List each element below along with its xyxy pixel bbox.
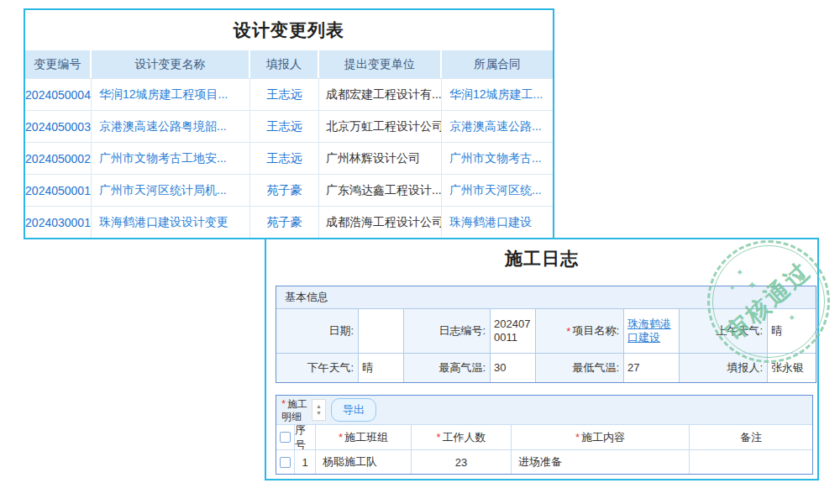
construction-detail-section: *施工 明细 ▲ ▼ 导出 序号 * 施工班组 * <box>276 395 813 475</box>
change-name-link[interactable]: 广州市天河区统计局机... <box>92 175 250 206</box>
change-name-link[interactable]: 广州市文物考古工地安... <box>92 143 250 174</box>
collapse-spinner[interactable]: ▲ ▼ <box>312 399 326 421</box>
team-cell: 杨聪施工队 <box>316 450 412 474</box>
change-name-link[interactable]: 京港澳高速公路粤境韶... <box>92 111 250 142</box>
construction-detail-toolbar: *施工 明细 ▲ ▼ 导出 <box>276 396 812 425</box>
col-header-contract: 所属合同 <box>442 50 553 78</box>
col-header-reporter: 填报人 <box>250 50 319 78</box>
change-id-link[interactable]: 2024050001 <box>25 175 92 206</box>
export-button[interactable]: 导出 <box>331 398 376 422</box>
select-all-checkbox[interactable] <box>280 432 291 443</box>
seq-cell: 1 <box>295 450 316 474</box>
design-change-list-panel: 设计变更列表 变更编号 设计变更名称 填报人 提出变更单位 所属合同 20240… <box>24 8 554 239</box>
change-id-link[interactable]: 2024050003 <box>25 111 92 142</box>
am-weather-value: 晴 <box>768 309 816 353</box>
reporter-link[interactable]: 王志远 <box>250 143 319 174</box>
page: 设计变更列表 变更编号 设计变更名称 填报人 提出变更单位 所属合同 20240… <box>0 0 840 504</box>
detail-table-row: 1 杨聪施工队 23 进场准备 <box>276 450 812 474</box>
contract-link[interactable]: 珠海鹤港口建设 <box>442 207 553 238</box>
unit-text: 成都宏建工程设计有... <box>319 79 442 110</box>
col-header-change-id: 变更编号 <box>25 50 92 78</box>
col-header-workers: * 工作人数 <box>412 425 512 449</box>
col-header-team: * 施工班组 <box>316 425 412 449</box>
reporter-link[interactable]: 王志远 <box>250 111 319 142</box>
max-temp-value: 30 <box>491 354 536 382</box>
project-name-label: * 项目名称: <box>536 309 624 353</box>
change-id-link[interactable]: 2024050002 <box>25 143 92 174</box>
table-row: 2024050002 广州市文物考古工地安... 王志远 广州林辉设计公司 广州… <box>25 142 553 174</box>
table-row: 2024030001 珠海鹤港口建设设计变更 苑子豪 成都浩海工程设计公司 珠海… <box>25 206 553 238</box>
construction-log-panel: 施工日志 基本信息 日期: 日志编号: 2024070011 * 项目名称: 珠… <box>265 238 819 480</box>
pm-weather-value: 晴 <box>359 354 404 382</box>
log-reporter-value: 张永银 <box>768 354 816 382</box>
col-header-change-name: 设计变更名称 <box>92 50 250 78</box>
change-name-link[interactable]: 珠海鹤港口建设设计变更 <box>92 207 250 238</box>
content-cell: 进场准备 <box>512 450 690 474</box>
form-row: 日期: 日志编号: 2024070011 * 项目名称: 珠海鹤港口建设 上午天… <box>276 309 816 353</box>
detail-table-header: 序号 * 施工班组 * 工作人数 * 施工内容 备注 <box>276 425 812 450</box>
date-label: 日期: <box>276 309 359 353</box>
col-header-unit: 提出变更单位 <box>319 50 442 78</box>
reporter-link[interactable]: 王志远 <box>250 79 319 110</box>
arrow-down-icon[interactable]: ▼ <box>316 410 322 417</box>
date-field[interactable] <box>359 309 404 353</box>
form-row: 下午天气: 晴 最高气温: 30 最低气温: 27 填报人: 张永银 <box>276 353 816 382</box>
required-asterisk: * <box>566 325 570 338</box>
table-row: 2024050004 华润12城房建工程项目... 王志远 成都宏建工程设计有.… <box>25 78 553 110</box>
max-temp-label: 最高气温: <box>404 354 491 382</box>
project-name-cell: 珠海鹤港口建设 <box>624 309 680 353</box>
required-asterisk: * <box>281 397 286 410</box>
contract-link[interactable]: 京港澳高速公路... <box>442 111 553 142</box>
reporter-link[interactable]: 苑子豪 <box>250 207 319 238</box>
unit-text: 广州林辉设计公司 <box>319 143 442 174</box>
change-id-link[interactable]: 2024030001 <box>25 207 92 238</box>
construction-detail-label: *施工 明细 <box>281 397 310 423</box>
contract-link[interactable]: 华润12城房建工... <box>442 79 553 110</box>
change-id-link[interactable]: 2024050004 <box>25 79 92 110</box>
log-no-value: 2024070011 <box>491 309 536 353</box>
table-row: 2024050003 京港澳高速公路粤境韶... 王志远 北京万虹工程设计公司 … <box>25 110 553 142</box>
basic-info-section-title: 基本信息 <box>276 286 816 309</box>
pm-weather-label: 下午天气: <box>276 354 359 382</box>
contract-link[interactable]: 广州市文物考古... <box>442 143 553 174</box>
min-temp-value: 27 <box>624 354 680 382</box>
design-change-table-header: 变更编号 设计变更名称 填报人 提出变更单位 所属合同 <box>25 50 553 78</box>
workers-cell: 23 <box>412 450 512 474</box>
contract-link[interactable]: 广州市天河区统... <box>442 175 553 206</box>
col-header-content: * 施工内容 <box>512 425 690 449</box>
row-checkbox-cell <box>276 450 295 474</box>
construction-log-title: 施工日志 <box>266 239 817 278</box>
header-checkbox-cell <box>276 425 295 449</box>
reporter-link[interactable]: 苑子豪 <box>250 175 319 206</box>
design-change-list-title: 设计变更列表 <box>25 10 553 50</box>
log-reporter-label: 填报人: <box>680 354 768 382</box>
table-row: 2024050001 广州市天河区统计局机... 苑子豪 广东鸿达鑫工程设计..… <box>25 174 553 206</box>
unit-text: 广东鸿达鑫工程设计... <box>319 175 442 206</box>
unit-text: 北京万虹工程设计公司 <box>319 111 442 142</box>
col-header-seq: 序号 <box>295 425 316 449</box>
project-name-link[interactable]: 珠海鹤港口建设 <box>627 318 675 345</box>
arrow-up-icon[interactable]: ▲ <box>316 403 322 410</box>
min-temp-label: 最低气温: <box>536 354 624 382</box>
basic-info-section: 基本信息 日期: 日志编号: 2024070011 * 项目名称: 珠海鹤港口建… <box>276 286 816 383</box>
remark-cell <box>690 450 812 474</box>
log-no-label: 日志编号: <box>404 309 491 353</box>
change-name-link[interactable]: 华润12城房建工程项目... <box>92 79 250 110</box>
am-weather-label: 上午天气: <box>680 309 768 353</box>
unit-text: 成都浩海工程设计公司 <box>319 207 442 238</box>
row-checkbox[interactable] <box>280 457 291 468</box>
col-header-remark: 备注 <box>690 425 812 449</box>
